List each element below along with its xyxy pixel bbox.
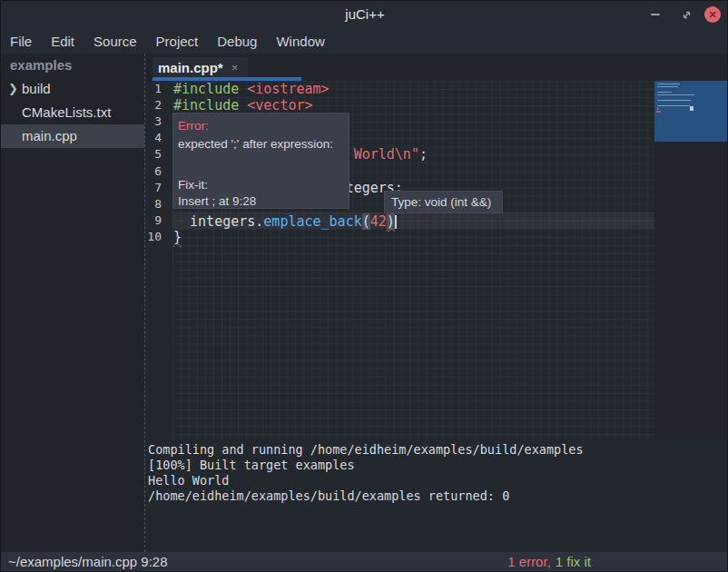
code-line-9: integers.emplace_back(42) — [173, 212, 397, 229]
status-diagnostics: 1 error,1 fix it — [507, 552, 591, 572]
minimap-bar — [657, 94, 694, 96]
menu-item-project[interactable]: Project — [156, 34, 199, 49]
close-icon: ✕ — [704, 6, 721, 23]
error-tooltip: Error: expected ';' after expression: Fi… — [172, 113, 349, 209]
close-button[interactable]: ✕ — [702, 1, 723, 28]
tab-close-icon[interactable]: × — [231, 61, 239, 74]
minimap[interactable] — [654, 81, 728, 439]
line-number: 3 — [146, 113, 172, 130]
minimap-bar — [657, 86, 678, 88]
menu-bar: FileEditSourceProjectDebugWindow — [1, 28, 728, 54]
line-number-gutter: 12345678910 — [146, 81, 172, 439]
window-title: juCi++ — [1, 6, 728, 22]
status-fixit-count[interactable]: 1 fix it — [556, 554, 591, 569]
line-number: 4 — [146, 130, 172, 146]
code-segment: <vector> — [247, 97, 312, 113]
code-segment: ( — [362, 213, 370, 230]
minimize-button[interactable] — [645, 1, 665, 28]
minimap-bar — [657, 92, 672, 94]
menu-item-window[interactable]: Window — [276, 34, 324, 49]
menu-item-debug[interactable]: Debug — [217, 34, 257, 49]
fixit-tooltip-text: Insert ; at 9:28 — [178, 194, 256, 208]
file-tree-panel: examples ❯buildCMakeLists.txtmain.cpp — [1, 54, 144, 552]
status-file-position: ~/examples/main.cpp 9:28 — [8, 552, 168, 572]
text-cursor — [395, 215, 398, 229]
code-segment: ) — [387, 213, 395, 230]
code-segment: ; — [419, 146, 428, 163]
chevron-right-icon[interactable]: ❯ — [8, 77, 21, 101]
line-number: 9 — [146, 212, 172, 229]
code-segment: } — [173, 229, 182, 245]
tree-item-label: CMakeLists.txt — [22, 101, 111, 124]
error-tooltip-message: expected ';' after expression: — [178, 137, 333, 151]
menu-item-edit[interactable]: Edit — [51, 34, 74, 49]
minimize-icon — [651, 14, 660, 15]
minimap-bar — [657, 105, 690, 107]
restore-button[interactable] — [676, 1, 696, 28]
project-name: examples — [1, 54, 144, 77]
active-tab-indicator — [152, 77, 301, 81]
restore-icon — [682, 10, 692, 20]
line-number: 7 — [146, 180, 172, 196]
minimap-error-mark — [656, 111, 661, 113]
terminal-line: Hello World — [148, 473, 229, 488]
line-number: 6 — [146, 163, 172, 180]
line-number: 8 — [146, 196, 172, 212]
pane-separator[interactable] — [144, 54, 145, 552]
code-line-2: #include <vector> — [173, 97, 313, 113]
terminal-output[interactable]: Compiling and running /home/eidheim/exam… — [146, 439, 728, 552]
menu-item-file[interactable]: File — [10, 34, 32, 49]
tree-item-build[interactable]: ❯build — [1, 77, 144, 101]
minimap-cursor-mark — [690, 106, 694, 111]
app-window: juCi++ ✕ FileEditSourceProjectDebugWindo… — [0, 0, 728, 572]
error-tooltip-title: Error: — [178, 119, 209, 133]
line-number: 5 — [146, 146, 172, 163]
line-number: 1 — [146, 81, 172, 97]
tree-item-label: build — [22, 77, 51, 101]
code-segment: 42 — [370, 213, 387, 230]
type-tooltip: Type: void (int &&) — [384, 191, 503, 213]
code-segment: #include — [173, 97, 239, 113]
minimap-bar — [657, 108, 658, 110]
menu-item-source[interactable]: Source — [93, 34, 137, 49]
status-error-count[interactable]: 1 error, — [507, 554, 551, 569]
status-bar: ~/examples/main.cpp 9:28 1 error,1 fix i… — [1, 552, 728, 572]
tab-label: main.cpp* — [158, 60, 223, 75]
file-tree: ❯buildCMakeLists.txtmain.cpp — [1, 77, 144, 148]
minimap-slider[interactable] — [654, 81, 727, 142]
titlebar[interactable]: juCi++ ✕ — [1, 1, 728, 28]
tab-main-cpp[interactable]: main.cpp* × — [152, 57, 248, 77]
line-number: 10 — [146, 229, 172, 245]
code-line-10: } — [173, 229, 182, 245]
line-number: 2 — [146, 97, 172, 113]
fixit-tooltip-title: Fix-it: — [178, 178, 208, 192]
terminal-line: [100%] Built target examples — [148, 458, 355, 473]
minimap-bar — [657, 84, 680, 85]
tab-bar: main.cpp* × — [146, 54, 728, 81]
tree-item-cmakelists-txt[interactable]: CMakeLists.txt — [1, 101, 144, 124]
terminal-line: Compiling and running /home/eidheim/exam… — [148, 442, 584, 458]
minimap-bar — [657, 100, 691, 102]
code-segment: emplace_back — [263, 213, 361, 230]
code-segment — [239, 97, 247, 113]
code-segment — [239, 81, 247, 97]
code-line-1: #include <iostream> — [173, 81, 330, 97]
terminal-line: /home/eidheim/examples/build/examples re… — [148, 488, 509, 504]
tree-item-main-cpp[interactable]: main.cpp — [1, 124, 144, 148]
code-segment: #include — [173, 81, 239, 97]
code-segment: integers. — [173, 213, 263, 230]
tree-item-label: main.cpp — [22, 124, 77, 148]
code-segment: <iostream> — [247, 81, 329, 97]
